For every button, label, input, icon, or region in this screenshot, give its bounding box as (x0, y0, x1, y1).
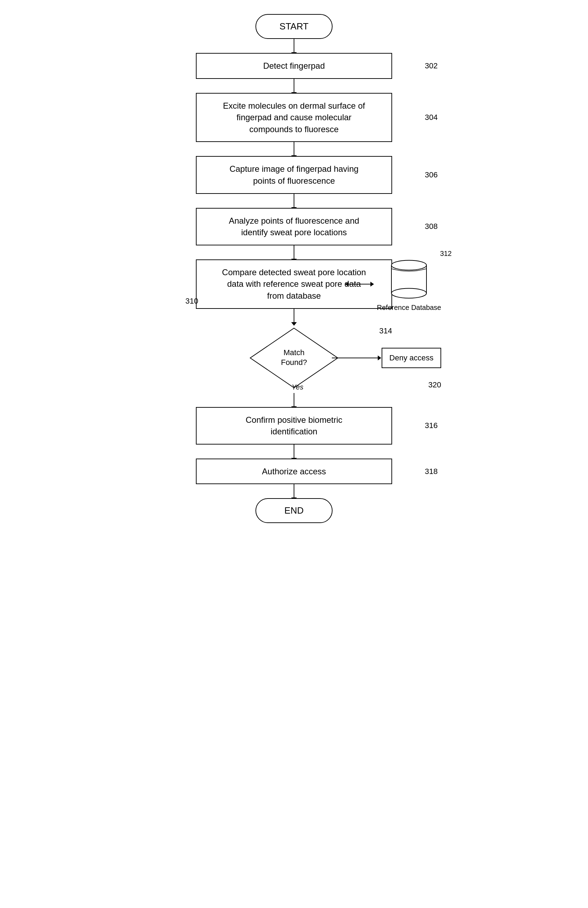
authorize-node: Authorize access (196, 459, 392, 485)
svg-point-2 (391, 288, 426, 298)
database-symbol: Reference Database 312 (377, 257, 441, 312)
end-row: END (136, 498, 452, 523)
diamond-text: Match Found? (271, 348, 317, 368)
arrow-confirm-authorize (294, 444, 294, 459)
no-arrow-head (378, 356, 381, 361)
confirm-row: Confirm positive biometricidentification… (136, 407, 452, 444)
analyze-text: Analyze points of fluorescence andidenti… (229, 215, 359, 238)
arrow-right-head (370, 282, 374, 287)
arrow-left-head (345, 282, 349, 287)
arrow-compare-diamond (294, 309, 294, 323)
deny-access-node: Deny access (382, 348, 441, 368)
database-icon (390, 257, 428, 302)
arrow-authorize-end (294, 484, 294, 498)
compare-row: Compare detected sweat pore locationdata… (136, 259, 452, 309)
start-node: START (255, 14, 333, 39)
ref-316: 316 (425, 421, 438, 430)
capture-text: Capture image of fingerpad havingpoints … (230, 163, 358, 187)
ref-306: 306 (425, 171, 438, 179)
svg-point-1 (391, 261, 426, 270)
capture-node: Capture image of fingerpad havingpoints … (196, 156, 392, 193)
detect-node: Detect fingerpad (196, 53, 392, 79)
db-label: Reference Database (377, 304, 441, 312)
arrow-capture-analyze (294, 194, 294, 208)
arrow-start-detect (294, 39, 294, 53)
authorize-row: Authorize access 318 (136, 459, 452, 485)
confirm-text: Confirm positive biometricidentification (246, 414, 342, 438)
analyze-node: Analyze points of fluorescence andidenti… (196, 208, 392, 245)
ref-314: 314 (379, 327, 392, 335)
start-row: START (136, 14, 452, 39)
diamond-row: 314 Match Found? No Deny access 320 Yes (136, 323, 452, 393)
ref-308: 308 (425, 222, 438, 231)
db-connection: Reference Database 312 (345, 257, 441, 312)
confirm-node: Confirm positive biometricidentification (196, 407, 392, 444)
arrow-detect-excite (294, 79, 294, 93)
arrow-excite-capture (294, 142, 294, 156)
ref-318: 318 (425, 467, 438, 476)
yes-label: Yes (292, 383, 303, 391)
arrow-diamond-confirm (294, 393, 294, 407)
ref-304: 304 (425, 113, 438, 122)
ref-310: 310 (185, 296, 198, 306)
compare-text: Compare detected sweat pore locationdata… (222, 266, 366, 302)
capture-row: Capture image of fingerpad havingpoints … (136, 156, 452, 193)
flowchart: START Detect fingerpad 302 Excite molecu… (136, 14, 452, 523)
arrow-analyze-compare (294, 245, 294, 259)
excite-node: Excite molecules on dermal surface offin… (196, 93, 392, 142)
db-arrow-line (345, 283, 374, 284)
detect-row: Detect fingerpad 302 (136, 53, 452, 79)
diamond-node: Match Found? (249, 327, 339, 390)
excite-text: Excite molecules on dermal surface offin… (223, 100, 365, 135)
ref-320: 320 (428, 380, 441, 390)
match-found-label: Match Found? (281, 348, 307, 367)
ref-312: 312 (440, 250, 452, 258)
analyze-row: Analyze points of fluorescence andidenti… (136, 208, 452, 245)
ref-302: 302 (425, 61, 438, 71)
no-arrow-line (332, 357, 381, 358)
no-path: Deny access (332, 348, 441, 368)
end-node: END (255, 498, 333, 523)
excite-row: Excite molecules on dermal surface offin… (136, 93, 452, 142)
